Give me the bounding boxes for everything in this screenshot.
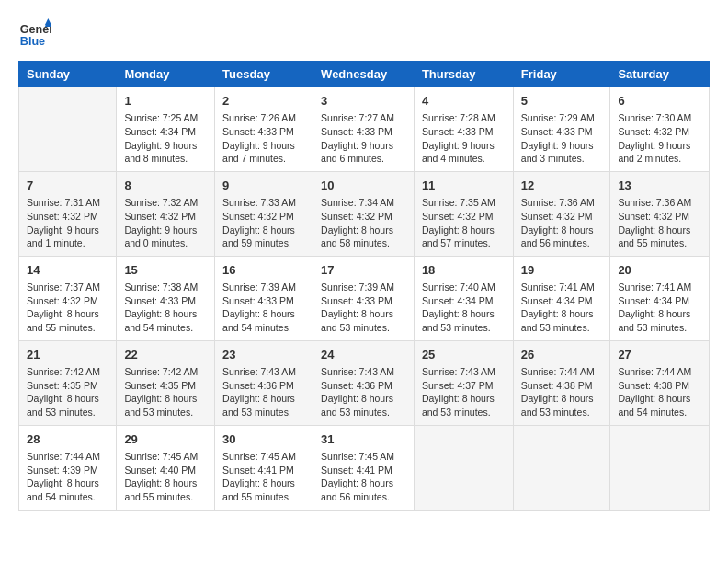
day-number: 22 (124, 347, 207, 363)
day-number: 20 (618, 262, 701, 279)
calendar-day-cell: 2Sunrise: 7:26 AM Sunset: 4:33 PM Daylig… (215, 87, 313, 172)
day-number: 12 (521, 178, 603, 194)
day-info: Sunrise: 7:45 AM Sunset: 4:41 PM Dayligh… (321, 450, 406, 504)
day-info: Sunrise: 7:29 AM Sunset: 4:33 PM Dayligh… (521, 111, 603, 166)
calendar-day-cell: 4Sunrise: 7:28 AM Sunset: 4:33 PM Daylig… (414, 87, 513, 172)
calendar-day-cell: 30Sunrise: 7:45 AM Sunset: 4:41 PM Dayli… (215, 425, 313, 510)
day-info: Sunrise: 7:41 AM Sunset: 4:34 PM Dayligh… (521, 281, 603, 335)
weekday-header-sunday: Sunday (19, 62, 117, 87)
calendar-day-cell: 22Sunrise: 7:42 AM Sunset: 4:35 PM Dayli… (117, 340, 215, 425)
day-number: 23 (222, 347, 305, 363)
day-info: Sunrise: 7:28 AM Sunset: 4:33 PM Dayligh… (422, 111, 506, 166)
day-number: 1 (124, 93, 207, 109)
day-number: 11 (422, 178, 506, 194)
day-info: Sunrise: 7:43 AM Sunset: 4:36 PM Dayligh… (222, 365, 305, 419)
header: General Blue (18, 18, 710, 52)
calendar-day-cell: 17Sunrise: 7:39 AM Sunset: 4:33 PM Dayli… (313, 256, 415, 340)
calendar-day-cell: 25Sunrise: 7:43 AM Sunset: 4:37 PM Dayli… (414, 340, 513, 425)
logo: General Blue (18, 18, 55, 52)
calendar-day-cell: 1Sunrise: 7:25 AM Sunset: 4:34 PM Daylig… (117, 87, 215, 172)
day-number: 3 (321, 93, 406, 109)
day-info: Sunrise: 7:41 AM Sunset: 4:34 PM Dayligh… (618, 281, 701, 335)
calendar-day-cell: 21Sunrise: 7:42 AM Sunset: 4:35 PM Dayli… (19, 340, 117, 425)
day-number: 8 (124, 178, 207, 194)
day-info: Sunrise: 7:25 AM Sunset: 4:34 PM Dayligh… (124, 111, 207, 166)
day-number: 25 (422, 347, 506, 363)
day-info: Sunrise: 7:36 AM Sunset: 4:32 PM Dayligh… (618, 196, 701, 250)
logo-icon: General Blue (18, 18, 51, 52)
day-number: 21 (27, 347, 108, 363)
day-info: Sunrise: 7:30 AM Sunset: 4:32 PM Dayligh… (618, 111, 701, 166)
day-info: Sunrise: 7:45 AM Sunset: 4:40 PM Dayligh… (124, 450, 207, 504)
calendar-day-cell: 7Sunrise: 7:31 AM Sunset: 4:32 PM Daylig… (19, 171, 117, 256)
calendar-day-cell: 20Sunrise: 7:41 AM Sunset: 4:34 PM Dayli… (610, 256, 710, 340)
calendar-day-cell: 8Sunrise: 7:32 AM Sunset: 4:32 PM Daylig… (117, 171, 215, 256)
day-number: 16 (222, 262, 305, 279)
calendar-day-cell: 15Sunrise: 7:38 AM Sunset: 4:33 PM Dayli… (117, 256, 215, 340)
day-info: Sunrise: 7:36 AM Sunset: 4:32 PM Dayligh… (521, 196, 603, 250)
calendar-empty-cell (610, 425, 710, 510)
calendar-day-cell: 10Sunrise: 7:34 AM Sunset: 4:32 PM Dayli… (313, 171, 415, 256)
calendar-day-cell: 6Sunrise: 7:30 AM Sunset: 4:32 PM Daylig… (610, 87, 710, 172)
day-info: Sunrise: 7:44 AM Sunset: 4:38 PM Dayligh… (521, 365, 603, 419)
calendar-day-cell: 19Sunrise: 7:41 AM Sunset: 4:34 PM Dayli… (513, 256, 610, 340)
calendar-empty-cell (19, 87, 117, 172)
calendar-day-cell: 3Sunrise: 7:27 AM Sunset: 4:33 PM Daylig… (313, 87, 415, 172)
day-number: 7 (27, 178, 108, 194)
day-number: 28 (27, 431, 108, 448)
day-number: 6 (618, 93, 701, 109)
calendar-week-row: 14Sunrise: 7:37 AM Sunset: 4:32 PM Dayli… (19, 256, 710, 340)
day-info: Sunrise: 7:40 AM Sunset: 4:34 PM Dayligh… (422, 281, 506, 335)
day-info: Sunrise: 7:42 AM Sunset: 4:35 PM Dayligh… (27, 365, 108, 419)
day-number: 2 (222, 93, 305, 109)
calendar-day-cell: 14Sunrise: 7:37 AM Sunset: 4:32 PM Dayli… (19, 256, 117, 340)
day-info: Sunrise: 7:35 AM Sunset: 4:32 PM Dayligh… (422, 196, 506, 250)
weekday-header-saturday: Saturday (610, 62, 710, 87)
calendar-day-cell: 13Sunrise: 7:36 AM Sunset: 4:32 PM Dayli… (610, 171, 710, 256)
calendar-day-cell: 23Sunrise: 7:43 AM Sunset: 4:36 PM Dayli… (215, 340, 313, 425)
calendar-day-cell: 28Sunrise: 7:44 AM Sunset: 4:39 PM Dayli… (19, 425, 117, 510)
calendar: SundayMondayTuesdayWednesdayThursdayFrid… (18, 61, 710, 511)
day-number: 30 (222, 431, 305, 448)
day-info: Sunrise: 7:39 AM Sunset: 4:33 PM Dayligh… (321, 281, 406, 335)
calendar-day-cell: 31Sunrise: 7:45 AM Sunset: 4:41 PM Dayli… (313, 425, 415, 510)
calendar-week-row: 28Sunrise: 7:44 AM Sunset: 4:39 PM Dayli… (19, 425, 710, 510)
weekday-header-monday: Monday (117, 62, 215, 87)
day-number: 17 (321, 262, 406, 279)
day-number: 5 (521, 93, 603, 109)
day-info: Sunrise: 7:44 AM Sunset: 4:39 PM Dayligh… (27, 450, 108, 504)
day-info: Sunrise: 7:27 AM Sunset: 4:33 PM Dayligh… (321, 111, 406, 166)
weekday-header-wednesday: Wednesday (313, 62, 415, 87)
day-info: Sunrise: 7:44 AM Sunset: 4:38 PM Dayligh… (618, 365, 701, 419)
calendar-day-cell: 9Sunrise: 7:33 AM Sunset: 4:32 PM Daylig… (215, 171, 313, 256)
calendar-day-cell: 26Sunrise: 7:44 AM Sunset: 4:38 PM Dayli… (513, 340, 610, 425)
day-number: 9 (222, 178, 305, 194)
day-info: Sunrise: 7:33 AM Sunset: 4:32 PM Dayligh… (222, 196, 305, 250)
calendar-week-row: 21Sunrise: 7:42 AM Sunset: 4:35 PM Dayli… (19, 340, 710, 425)
calendar-day-cell: 11Sunrise: 7:35 AM Sunset: 4:32 PM Dayli… (414, 171, 513, 256)
calendar-header-row: SundayMondayTuesdayWednesdayThursdayFrid… (19, 62, 710, 87)
calendar-week-row: 1Sunrise: 7:25 AM Sunset: 4:34 PM Daylig… (19, 87, 710, 172)
day-info: Sunrise: 7:26 AM Sunset: 4:33 PM Dayligh… (222, 111, 305, 166)
weekday-header-thursday: Thursday (414, 62, 513, 87)
day-info: Sunrise: 7:43 AM Sunset: 4:37 PM Dayligh… (422, 365, 506, 419)
day-number: 15 (124, 262, 207, 279)
day-number: 31 (321, 431, 406, 448)
day-info: Sunrise: 7:37 AM Sunset: 4:32 PM Dayligh… (27, 281, 108, 335)
calendar-day-cell: 29Sunrise: 7:45 AM Sunset: 4:40 PM Dayli… (117, 425, 215, 510)
calendar-empty-cell (414, 425, 513, 510)
day-info: Sunrise: 7:31 AM Sunset: 4:32 PM Dayligh… (27, 196, 108, 250)
calendar-day-cell: 5Sunrise: 7:29 AM Sunset: 4:33 PM Daylig… (513, 87, 610, 172)
calendar-day-cell: 27Sunrise: 7:44 AM Sunset: 4:38 PM Dayli… (610, 340, 710, 425)
day-number: 29 (124, 431, 207, 448)
day-info: Sunrise: 7:45 AM Sunset: 4:41 PM Dayligh… (222, 450, 305, 504)
weekday-header-tuesday: Tuesday (215, 62, 313, 87)
day-number: 24 (321, 347, 406, 363)
day-number: 19 (521, 262, 603, 279)
day-number: 13 (618, 178, 701, 194)
day-info: Sunrise: 7:43 AM Sunset: 4:36 PM Dayligh… (321, 365, 406, 419)
calendar-day-cell: 18Sunrise: 7:40 AM Sunset: 4:34 PM Dayli… (414, 256, 513, 340)
svg-text:Blue: Blue (20, 35, 45, 48)
day-info: Sunrise: 7:38 AM Sunset: 4:33 PM Dayligh… (124, 281, 207, 335)
day-info: Sunrise: 7:42 AM Sunset: 4:35 PM Dayligh… (124, 365, 207, 419)
